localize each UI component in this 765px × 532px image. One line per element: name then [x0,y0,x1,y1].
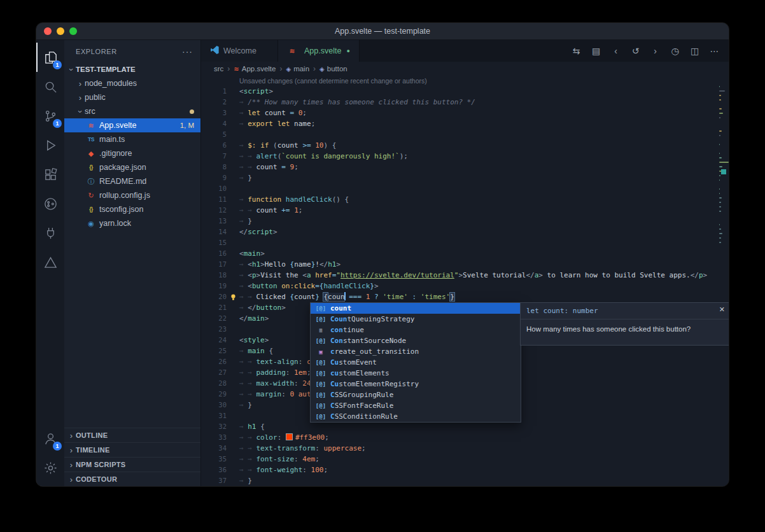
tree-item-src[interactable]: ›src [64,104,200,118]
suggest-item-CustomElementRegistry[interactable]: [@]CustomElementRegistry [311,379,521,389]
close-icon[interactable]: ✕ [719,305,725,314]
code-line[interactable]: 14</script> [201,227,729,237]
activity-source-control-icon[interactable]: 1 [36,101,64,130]
tree-item-node_modules[interactable]: ›node_modules [64,76,200,90]
close-button[interactable] [44,27,52,35]
revert-change-icon[interactable]: ↺ [628,46,643,56]
tab-welcome[interactable]: Welcome [201,40,278,62]
line-number[interactable]: 8 [201,162,227,172]
suggest-item-continue[interactable]: ≡continue [311,325,521,335]
code-line[interactable]: 18→ <p>Visit the <a href="https://svelte… [201,270,729,281]
suggest-item-count[interactable]: [@]count [311,303,521,314]
activity-azure-icon[interactable] [36,248,64,277]
line-number[interactable]: 36 [201,465,227,475]
line-number[interactable]: 27 [201,367,227,378]
previous-change-icon[interactable]: ‹ [608,46,624,56]
line-number[interactable]: 32 [201,421,227,432]
minimap[interactable] [719,76,729,486]
line-number[interactable]: 9 [201,172,227,183]
breadcrumb-main[interactable]: ◈main [286,65,309,73]
code-line[interactable]: 36→ → font-weight: 100; [201,465,729,475]
activity-search-icon[interactable] [36,72,64,101]
line-number[interactable]: 11 [201,194,227,205]
suggest-item-CSSFontFaceRule[interactable]: [@]CSSFontFaceRule [311,400,521,411]
suggest-item-CountQueuingStrategy[interactable]: [@]CountQueuingStrategy [311,314,521,325]
tree-item-App.svelte[interactable]: ≋App.svelte1, M [64,118,200,132]
panel-codetour[interactable]: ›CODETOUR [64,472,200,486]
breadcrumb-src[interactable]: src [214,65,223,73]
line-number[interactable]: 24 [201,335,227,346]
code-line[interactable]: 7→ → alert(`count is dangerously high!`)… [201,151,729,162]
zoom-button[interactable] [69,27,77,35]
activity-accounts-icon[interactable]: 1 [36,424,64,453]
code-line[interactable]: 34→ → text-transform: uppercase; [201,443,729,454]
line-number[interactable]: 5 [201,129,227,140]
section-test-template[interactable]: › TEST-TEMPLATE [64,62,200,76]
code-line[interactable]: 9→ } [201,172,729,183]
code-line[interactable]: 6→ $: if (count >= 10) { [201,140,729,151]
line-number[interactable]: 31 [201,410,227,421]
code-line[interactable]: 17→ <h1>Hello {name}!</h1> [201,259,729,270]
suggest-item-CSSConditionRule[interactable]: [@]CSSConditionRule [311,411,521,422]
line-number[interactable]: 21 [201,302,227,313]
suggest-item-CSSGroupingRule[interactable]: [@]CSSGroupingRule [311,389,521,400]
timeline-icon[interactable]: ◷ [667,46,683,56]
line-number[interactable]: 34 [201,443,227,454]
code-line[interactable]: 32→ h1 { [201,421,729,432]
code-line[interactable]: 37→ } [201,475,729,486]
line-number[interactable]: 16 [201,248,227,259]
tree-item-.gitignore[interactable]: ◆.gitignore [64,146,200,160]
tree-item-package.json[interactable]: {}package.json [64,160,200,174]
activity-remote-icon[interactable] [36,218,64,248]
tab-app-svelte[interactable]: ≋App.svelte● [278,40,360,62]
line-number[interactable]: 13 [201,216,227,227]
line-number[interactable]: 4 [201,118,227,129]
breadcrumb-App.svelte[interactable]: ≋App.svelte [234,65,276,73]
code-line[interactable]: 33→ → color: #ff3e00; [201,432,729,443]
activity-settings-icon[interactable] [36,453,64,482]
activity-explorer-icon[interactable]: 1 [36,43,64,72]
line-number[interactable]: 37 [201,475,227,486]
code-line[interactable]: 12→ → count += 1; [201,205,729,216]
code-line[interactable]: 3→ let count = 0; [201,108,729,118]
codelens[interactable]: Unsaved changes (cannot determine recent… [201,76,729,86]
code-line[interactable]: 5 [201,129,729,140]
line-number[interactable]: 3 [201,108,227,118]
line-number[interactable]: 33 [201,432,227,443]
line-number[interactable]: 22 [201,313,227,324]
line-number[interactable]: 1 [201,86,227,97]
code-line[interactable]: 15 [201,237,729,248]
line-number[interactable]: 25 [201,346,227,356]
line-number[interactable]: 23 [201,324,227,335]
code-line[interactable]: 11→ function handleClick() { [201,194,729,205]
panel-npm-scripts[interactable]: ›NPM SCRIPTS [64,457,200,472]
split-editor-icon[interactable]: ◫ [687,46,703,56]
suggest-item-customElements[interactable]: [@]customElements [311,368,521,379]
lightbulb-icon[interactable] [227,291,239,302]
line-number[interactable]: 18 [201,270,227,281]
next-change-icon[interactable]: › [647,46,663,56]
code-line[interactable]: 1<script> [201,86,729,97]
code-line[interactable]: 2→ /** How many times has someone clicke… [201,97,729,108]
suggest-item-ConstantSourceNode[interactable]: [@]ConstantSourceNode [311,335,521,346]
code-line[interactable]: 20→ → Clicked {count} {coun === 1 ? 'tim… [201,291,729,302]
open-changes-icon[interactable]: ▤ [588,46,604,56]
more-actions-icon[interactable]: ··· [182,46,193,57]
breadcrumb-button[interactable]: ◈button [319,65,347,73]
tree-item-rollup.config.js[interactable]: ↻rollup.config.js [64,188,200,202]
code-line[interactable]: 13→ } [201,216,729,227]
code-line[interactable]: 8→ → count = 9; [201,162,729,172]
line-number[interactable]: 19 [201,281,227,291]
activity-run-debug-icon[interactable] [36,130,64,160]
panel-outline[interactable]: ›OUTLINE [64,428,200,442]
line-number[interactable]: 30 [201,400,227,410]
suggest-item-CustomEvent[interactable]: [@]CustomEvent [311,357,521,368]
minimize-button[interactable] [57,27,64,35]
line-number[interactable]: 10 [201,183,227,194]
line-number[interactable]: 6 [201,140,227,151]
line-number[interactable]: 17 [201,259,227,270]
tree-item-README.md[interactable]: ⓘREADME.md [64,174,200,188]
code-line[interactable]: 16<main> [201,248,729,259]
activity-github-icon[interactable] [36,189,64,218]
more-actions-icon[interactable]: ⋯ [706,46,722,56]
